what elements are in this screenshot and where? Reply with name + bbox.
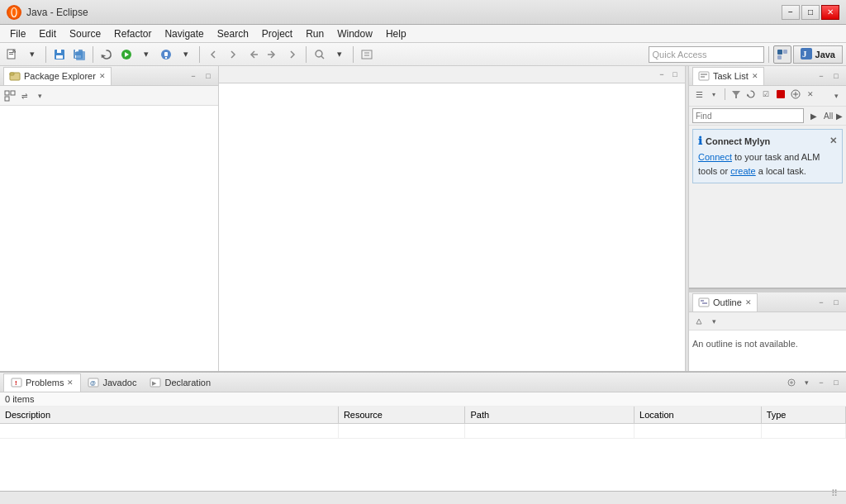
collapse-all-button[interactable] bbox=[3, 89, 17, 102]
connect-link[interactable]: Connect bbox=[698, 152, 732, 162]
problems-menu-button[interactable] bbox=[785, 376, 798, 389]
task-toggle-btn[interactable]: ☑ bbox=[759, 88, 772, 101]
forward-btn[interactable] bbox=[264, 45, 282, 64]
svg-text:@: @ bbox=[90, 380, 96, 386]
prev-edit-btn[interactable] bbox=[204, 45, 222, 64]
svg-rect-47 bbox=[699, 298, 709, 307]
task-dropdown-2[interactable]: ▾ bbox=[829, 89, 843, 102]
separator-4 bbox=[306, 46, 307, 63]
minimize-bottom-button[interactable]: − bbox=[815, 376, 828, 389]
minimize-outline-button[interactable]: − bbox=[815, 296, 828, 309]
menu-edit[interactable]: Edit bbox=[32, 25, 63, 43]
problems-dropdown-button[interactable]: ▾ bbox=[800, 376, 813, 389]
minimize-left-button[interactable]: − bbox=[187, 69, 200, 83]
outline-sort-button[interactable] bbox=[692, 315, 706, 328]
new-dropdown-button[interactable]: ▾ bbox=[23, 45, 41, 64]
task-filter-btn[interactable] bbox=[730, 88, 743, 101]
save-button[interactable] bbox=[50, 45, 69, 64]
package-explorer-tab-bar: Package Explorer ✕ − □ bbox=[0, 66, 218, 86]
refresh-button[interactable] bbox=[97, 45, 116, 64]
col-resource[interactable]: Resource bbox=[338, 407, 465, 423]
outline-tab[interactable]: Outline ✕ bbox=[692, 293, 758, 311]
java-perspective-button[interactable]: J Java bbox=[793, 45, 843, 64]
next-edit-btn[interactable] bbox=[224, 45, 242, 64]
menu-refactor[interactable]: Refactor bbox=[107, 25, 158, 43]
tab-declaration[interactable]: ▶ Declaration bbox=[143, 373, 217, 392]
menu-navigate[interactable]: Navigate bbox=[158, 25, 210, 43]
menu-source[interactable]: Source bbox=[63, 25, 107, 43]
tab-javadoc[interactable]: @ Javadoc bbox=[81, 373, 143, 392]
search-dropdown-button[interactable]: ▾ bbox=[330, 45, 349, 64]
col-type[interactable]: Type bbox=[761, 407, 845, 423]
minimize-tasklist-button[interactable]: − bbox=[815, 69, 828, 83]
menu-search[interactable]: Search bbox=[211, 25, 255, 43]
type-cell bbox=[761, 423, 845, 438]
task-new-btn[interactable] bbox=[789, 88, 802, 101]
eclipse-icon bbox=[7, 5, 21, 20]
bottom-tab-bar: ! Problems ✕ @ Javadoc ▶ Declaration bbox=[0, 373, 846, 392]
separator-1 bbox=[45, 46, 46, 63]
minimize-editor-button[interactable]: − bbox=[655, 68, 668, 81]
maximize-bottom-button[interactable]: □ bbox=[829, 376, 843, 389]
open-task-btn[interactable] bbox=[358, 45, 376, 64]
svg-rect-3 bbox=[9, 52, 13, 53]
outline-menu-button[interactable]: ▾ bbox=[707, 315, 720, 328]
task-find-next[interactable]: ▶ bbox=[810, 112, 817, 121]
minimize-button[interactable]: − bbox=[782, 5, 800, 20]
task-refresh-btn[interactable] bbox=[744, 88, 758, 101]
maximize-outline-button[interactable]: □ bbox=[829, 296, 843, 309]
menu-help[interactable]: Help bbox=[379, 25, 413, 43]
quick-access-input[interactable]: Quick Access bbox=[649, 46, 764, 63]
outline-close[interactable]: ✕ bbox=[745, 298, 752, 307]
menu-project[interactable]: Project bbox=[255, 25, 299, 43]
package-explorer-panel: Package Explorer ✕ − □ ⇌ ▾ bbox=[0, 66, 219, 371]
search-button[interactable] bbox=[311, 45, 329, 64]
debug-button[interactable] bbox=[157, 45, 175, 64]
maximize-left-button[interactable]: □ bbox=[202, 69, 215, 83]
maximize-editor-button[interactable]: □ bbox=[668, 68, 682, 81]
task-menu-button[interactable]: ☰ bbox=[692, 88, 706, 101]
task-menu-dropdown[interactable]: ▾ bbox=[707, 88, 720, 101]
menu-file[interactable]: File bbox=[3, 25, 32, 43]
new-button[interactable] bbox=[3, 45, 21, 64]
maximize-button[interactable]: □ bbox=[801, 5, 820, 20]
task-list-tab[interactable]: Task List ✕ bbox=[692, 67, 764, 85]
task-find-input[interactable] bbox=[692, 108, 804, 123]
run-dropdown-button[interactable]: ▾ bbox=[137, 45, 155, 64]
svg-rect-33 bbox=[5, 91, 9, 95]
open-perspective-button[interactable] bbox=[773, 45, 791, 64]
maximize-tasklist-button[interactable]: □ bbox=[829, 69, 843, 83]
next-btn[interactable] bbox=[283, 45, 302, 64]
debug-dropdown-button[interactable]: ▾ bbox=[177, 45, 195, 64]
connect-mylyn-panel: ℹ Connect Mylyn ✕ Connect to your task a… bbox=[692, 129, 843, 183]
task-stop-btn[interactable] bbox=[774, 88, 787, 101]
outline-icon bbox=[698, 297, 710, 308]
link-with-editor-button[interactable]: ⇌ bbox=[18, 89, 31, 102]
run-button[interactable] bbox=[117, 45, 135, 64]
connect-mylyn-close-button[interactable]: ✕ bbox=[829, 136, 837, 146]
col-path[interactable]: Path bbox=[465, 407, 634, 423]
col-location[interactable]: Location bbox=[634, 407, 762, 423]
task-all-label[interactable]: All bbox=[824, 112, 833, 121]
package-explorer-close[interactable]: ✕ bbox=[99, 72, 106, 80]
menu-window[interactable]: Window bbox=[330, 25, 379, 43]
view-menu-button[interactable]: ▾ bbox=[33, 89, 46, 102]
back-btn[interactable] bbox=[244, 45, 262, 64]
java-perspective-icon: J bbox=[801, 48, 812, 61]
tab-problems[interactable]: ! Problems ✕ bbox=[3, 373, 81, 392]
save-all-button[interactable] bbox=[70, 45, 88, 64]
separator-5 bbox=[353, 46, 354, 63]
col-description[interactable]: Description bbox=[0, 407, 338, 423]
svg-rect-27 bbox=[783, 50, 787, 54]
create-link[interactable]: create bbox=[730, 166, 756, 176]
menu-run[interactable]: Run bbox=[299, 25, 330, 43]
close-button[interactable]: ✕ bbox=[821, 5, 839, 20]
center-column: − □ bbox=[219, 66, 685, 371]
connect-mylyn-text: Connect to your task and ALM tools or cr… bbox=[698, 150, 837, 178]
svg-rect-32 bbox=[10, 73, 14, 75]
svg-marker-50 bbox=[696, 319, 701, 324]
package-explorer-tab[interactable]: Package Explorer ✕ bbox=[3, 67, 112, 85]
task-list-close[interactable]: ✕ bbox=[752, 72, 758, 80]
problems-tab-close[interactable]: ✕ bbox=[67, 378, 74, 387]
task-delete-btn[interactable]: ✕ bbox=[804, 88, 817, 101]
